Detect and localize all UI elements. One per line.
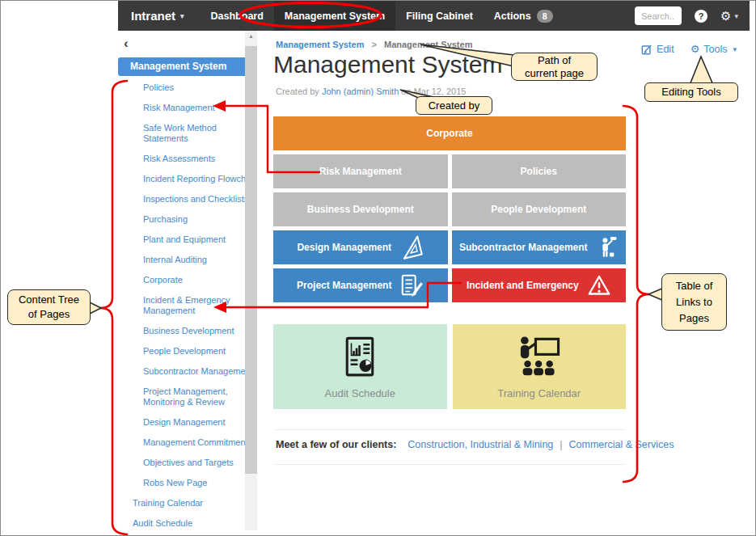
big-link-tile[interactable]: Audit Schedule — [273, 324, 447, 409]
divider — [276, 464, 625, 465]
sidebar-item[interactable]: Objectives and Targets — [118, 458, 249, 468]
navbar-right: ? ⚙ ▾ — [635, 1, 750, 31]
page-link-tile[interactable]: Business Development — [273, 192, 448, 226]
page-link-tile[interactable]: Incident and Emergency — [452, 268, 627, 302]
breadcrumb-link[interactable]: Management System — [276, 40, 364, 49]
brand-label: Intranet — [131, 9, 175, 23]
sidebar-item[interactable]: Subcontractor Management — [118, 366, 249, 377]
big-links-grid: Audit ScheduleTraining Calendar — [273, 324, 626, 409]
created-prefix: Created by — [276, 87, 319, 96]
painter-roller-icon — [596, 235, 619, 260]
search-input[interactable] — [635, 6, 682, 25]
created-by-line: Created by John (admin) Smith on Mar 12,… — [276, 87, 466, 96]
collapse-sidebar-icon[interactable]: ‹ — [124, 37, 137, 52]
set-square-icon — [399, 235, 424, 260]
page: Intranet ▾ DashboardManagement SystemFil… — [0, 0, 756, 536]
scrollbar-thumb[interactable] — [245, 46, 257, 474]
page-link-tile[interactable]: Risk Management — [273, 154, 448, 188]
sidebar-item[interactable]: People Development — [118, 346, 249, 357]
tools-button[interactable]: ⚙ Tools ▾ — [691, 43, 737, 55]
clients-row: Meet a few of our clients: Construction,… — [276, 439, 674, 450]
tile-label: Design Management — [297, 242, 391, 253]
clients-link-construction[interactable]: Construction, Industrial & Mining — [408, 439, 553, 450]
breadcrumb-separator: > — [372, 40, 377, 49]
nav-item-label: Dashboard — [211, 11, 264, 22]
gear-icon: ⚙ — [720, 9, 731, 23]
sidebar-item[interactable]: Safe Work MethodStatements — [118, 123, 249, 144]
nav-item-label: Filing Cabinet — [406, 11, 473, 22]
page-link-tile[interactable]: Policies — [452, 154, 627, 188]
sidebar-item[interactable]: Risk Assessments — [118, 154, 249, 164]
sidebar-item[interactable]: Risk Management — [118, 103, 249, 113]
sidebar-item-label: Subcontractor Management — [143, 366, 249, 377]
tile-label: Project Management — [297, 280, 391, 291]
brand-menu[interactable]: Intranet ▾ — [118, 1, 201, 31]
sidebar-item-label: Inspections and Checklists — [143, 194, 249, 205]
nav-item[interactable]: Dashboard — [201, 1, 274, 31]
tile-label: Incident and Emergency — [467, 280, 579, 291]
sidebar-item[interactable]: Audit Schedule — [118, 518, 249, 529]
created-on: on — [401, 87, 411, 96]
page-link-tile[interactable]: People Development — [452, 192, 627, 226]
big-link-tile[interactable]: Training Calendar — [453, 324, 627, 409]
sidebar-item-label: Management — [143, 306, 249, 316]
nav-item[interactable]: Actions8 — [484, 1, 564, 31]
clients-link-commercial[interactable]: Commercial & Services — [569, 439, 674, 450]
scroll-up-icon[interactable]: ▲ — [245, 31, 257, 42]
nav-item[interactable]: Management System — [274, 1, 395, 31]
tile-label: Training Calendar — [497, 387, 581, 399]
help-icon[interactable]: ? — [695, 10, 707, 23]
callout-text: Pages — [679, 310, 709, 327]
edit-button[interactable]: Edit — [641, 44, 674, 55]
sidebar-item-label: Management Commitment — [143, 437, 249, 448]
sidebar-item-label: Business Development — [143, 326, 249, 336]
sidebar-item[interactable]: Robs New Page — [118, 478, 249, 488]
nav-item[interactable]: Filing Cabinet — [395, 1, 484, 31]
breadcrumb-current: Management System — [384, 40, 472, 49]
sidebar-item[interactable]: Design Management — [118, 417, 249, 428]
chevron-down-icon: ▾ — [180, 12, 184, 20]
sidebar-item-label: Monitoring & Review — [143, 397, 249, 407]
sidebar-items: PoliciesRisk ManagementSafe Work MethodS… — [118, 82, 249, 529]
sidebar-item[interactable]: Policies — [118, 82, 249, 93]
callout-editing-tools: Editing Tools — [644, 82, 738, 102]
sidebar-item[interactable]: Corporate — [118, 275, 249, 285]
sidebar-item[interactable]: Training Calendar — [118, 498, 249, 509]
sidebar-item[interactable]: Project Management,Monitoring & Review — [118, 386, 249, 407]
page-link-tile[interactable]: Corporate — [273, 116, 626, 150]
tile-label: Policies — [521, 166, 557, 177]
tile-label: Audit Schedule — [325, 387, 395, 399]
sidebar-item[interactable]: Incident Reporting Flowchart — [118, 174, 249, 184]
callout-text: Path of — [538, 54, 571, 67]
sidebar-item[interactable]: Business Development — [118, 326, 249, 336]
sidebar-item[interactable]: Purchasing — [118, 214, 249, 225]
sidebar-item[interactable]: Plant and Equipment — [118, 234, 249, 245]
training-presentation-icon — [515, 332, 564, 382]
callout-path-of-current-page: Path of current page — [511, 53, 598, 81]
sidebar-item[interactable]: Management Commitment — [118, 437, 249, 448]
nav-item-label: Management System — [285, 11, 385, 22]
tools-label: Tools — [703, 44, 727, 55]
sidebar-item[interactable]: Incident & EmergencyManagement — [118, 295, 249, 316]
created-date: Mar 12, 2015 — [414, 87, 467, 96]
sidebar-item-label: Purchasing — [143, 214, 249, 225]
chevron-down-icon: ▾ — [733, 45, 737, 53]
page-link-tile[interactable]: Design Management — [273, 230, 448, 264]
divider — [276, 429, 625, 430]
navbar-items: DashboardManagement SystemFiling Cabinet… — [201, 1, 564, 31]
created-author-link[interactable]: John (admin) Smith — [322, 87, 399, 96]
page-link-tile[interactable]: Project Management — [273, 268, 448, 302]
sidebar-item-label: Objectives and Targets — [143, 458, 249, 468]
sidebar-item-label: Incident Reporting Flowchart — [143, 174, 249, 184]
settings-menu[interactable]: ⚙ ▾ — [720, 9, 738, 23]
sidebar-scrollbar[interactable]: ▲ — [245, 31, 257, 530]
sidebar-item[interactable]: Inspections and Checklists — [118, 194, 249, 205]
tile-label: Business Development — [307, 204, 414, 215]
sidebar-item-management-system[interactable]: Management System — [118, 57, 249, 76]
callout-text: Created by — [429, 99, 480, 112]
callout-text: Content Tree — [19, 293, 79, 307]
sidebar-item-label: Risk Assessments — [143, 154, 249, 164]
callout-text: Links to — [676, 294, 712, 310]
sidebar-item[interactable]: Internal Auditing — [118, 255, 249, 265]
page-link-tile[interactable]: Subcontractor Management — [452, 230, 627, 264]
